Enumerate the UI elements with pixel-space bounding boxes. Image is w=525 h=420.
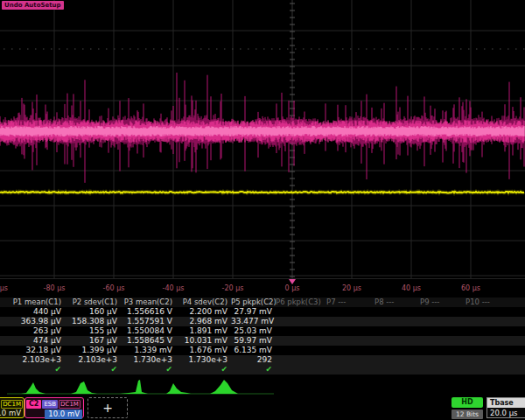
timebase-value: 20.0 µs bbox=[487, 408, 525, 417]
histicon-p1[interactable] bbox=[21, 382, 46, 394]
bottom-bar: C1 DC1M 10.0 mV C2 ESB DC1M 10.0 mV + HD… bbox=[0, 396, 525, 420]
measure-num-p3: 1.730e+3 bbox=[121, 355, 176, 365]
measure-mean-p1: 363.98 µV bbox=[0, 317, 65, 326]
plus-icon: + bbox=[102, 401, 113, 415]
bit-resolution-label: 12 Bits bbox=[452, 410, 483, 419]
trigger-time-marker[interactable] bbox=[289, 279, 296, 284]
measure-max-p3: 1.558645 V bbox=[121, 336, 176, 346]
waveform-display[interactable]: Undo AutoSetup bbox=[0, 0, 525, 278]
hd-mode-badge[interactable]: HD bbox=[452, 397, 483, 408]
waveform-svg bbox=[0, 0, 525, 278]
histicon-p3[interactable] bbox=[120, 380, 148, 394]
time-tick-label: -100 µs bbox=[0, 284, 16, 292]
channel-c2-descriptor[interactable]: C2 ESB DC1M 10.0 mV bbox=[24, 397, 84, 418]
measure-min-p3: 1.550084 V bbox=[121, 326, 176, 336]
measure-status-icon-p5: ✔ bbox=[231, 365, 276, 374]
table-row: 32.18 µV1.399 µV1.339 mV1.676 mV6.135 mV bbox=[0, 346, 525, 355]
measure-header-p5[interactable]: P5 pkpk(C2) bbox=[231, 298, 276, 307]
time-tick-label: -20 µs bbox=[212, 284, 254, 292]
measurement-table: P1 mean(C1)P2 sdev(C1)P3 mean(C2)P4 sdev… bbox=[0, 298, 525, 374]
histicon-p5[interactable] bbox=[210, 380, 238, 394]
measure-value-p4: 2.200 mV bbox=[176, 307, 231, 317]
histicon-row bbox=[0, 374, 525, 396]
c2-coupling-badge: DC1M bbox=[59, 400, 80, 409]
c2-label: C2 bbox=[26, 400, 41, 409]
measure-status-icon-p2: ✔ bbox=[65, 365, 121, 374]
measure-sdev-p5: 6.135 mV bbox=[231, 346, 276, 355]
undo-autosetup-button[interactable]: Undo AutoSetup bbox=[2, 1, 64, 10]
measure-value-p2: 160 µV bbox=[65, 307, 121, 317]
time-tick-label: -40 µs bbox=[152, 284, 194, 292]
add-trace-button[interactable]: + bbox=[88, 397, 128, 418]
time-tick-label: 60 µs bbox=[450, 284, 492, 292]
timebase-label: Tbase bbox=[487, 398, 525, 408]
measure-value-p5: 27.97 mV bbox=[231, 307, 276, 317]
table-row: 474 µV167 µV1.558645 V10.031 mV59.97 mV bbox=[0, 336, 525, 346]
oscilloscope-screen: Undo AutoSetup -100 µs-80 µs-60 µs-40 µs… bbox=[0, 0, 525, 420]
measure-sdev-p1: 32.18 µV bbox=[0, 346, 65, 355]
measure-num-p4: 1.730e+3 bbox=[176, 355, 231, 365]
table-row: 363.98 µV158.308 µV1.557591 V2.968 mV33.… bbox=[0, 317, 525, 326]
measure-max-p1: 474 µV bbox=[0, 336, 65, 346]
measure-header-p8[interactable]: P8 --- bbox=[374, 298, 394, 307]
c2-esb-badge: ESB bbox=[42, 400, 58, 409]
channel-c1-descriptor[interactable]: C1 DC1M 10.0 mV bbox=[0, 397, 24, 418]
measure-min-p4: 1.891 mV bbox=[176, 326, 231, 336]
measure-header-p3[interactable]: P3 mean(C2) bbox=[121, 298, 176, 307]
measure-header-p6[interactable]: P6 pkpk(C3) bbox=[276, 298, 321, 307]
c2-vdiv-value: 10.0 mV bbox=[45, 410, 82, 419]
measure-min-p5: 25.03 mV bbox=[231, 326, 276, 336]
measure-min-p1: 263 µV bbox=[0, 326, 65, 336]
measure-value-p1: 440 µV bbox=[0, 307, 65, 317]
time-tick-label: -60 µs bbox=[93, 284, 135, 292]
table-row: 2.103e+32.103e+31.730e+31.730e+3292 bbox=[0, 355, 525, 365]
measure-status-icon-p1: ✔ bbox=[0, 365, 65, 374]
time-axis: -100 µs-80 µs-60 µs-40 µs-20 µs0 µs20 µs… bbox=[0, 278, 525, 298]
measure-status-icon-p3: ✔ bbox=[121, 365, 176, 374]
measure-mean-p3: 1.557591 V bbox=[121, 317, 176, 326]
timebase-descriptor[interactable]: Tbase 20.0 µs bbox=[486, 397, 525, 418]
time-tick-label: 20 µs bbox=[331, 284, 373, 292]
measure-num-p1: 2.103e+3 bbox=[0, 355, 65, 365]
measure-mean-p2: 158.308 µV bbox=[65, 317, 121, 326]
measure-mean-p4: 2.968 mV bbox=[176, 317, 231, 326]
measure-value-p3: 1.556616 V bbox=[121, 307, 176, 317]
table-row: ✔✔✔✔✔ bbox=[0, 365, 525, 374]
measure-header-p9[interactable]: P9 --- bbox=[420, 298, 439, 307]
measure-header-p1[interactable]: P1 mean(C1) bbox=[0, 298, 65, 307]
histicon-p4[interactable] bbox=[166, 383, 191, 394]
c1-coupling-badge: DC1M bbox=[1, 400, 23, 409]
measure-header-p2[interactable]: P2 sdev(C1) bbox=[65, 298, 121, 307]
measure-sdev-p3: 1.339 mV bbox=[121, 346, 176, 355]
measure-max-p5: 59.97 mV bbox=[231, 336, 276, 346]
table-row: 263 µV155 µV1.550084 V1.891 mV25.03 mV bbox=[0, 326, 525, 336]
c1-vdiv-value: 10.0 mV bbox=[0, 409, 24, 418]
table-row: P1 mean(C1)P2 sdev(C1)P3 mean(C2)P4 sdev… bbox=[0, 298, 525, 307]
measure-sdev-p2: 1.399 µV bbox=[65, 346, 121, 355]
histicon-p2[interactable] bbox=[71, 382, 97, 394]
measure-header-p10[interactable]: P10 --- bbox=[466, 298, 490, 307]
time-tick-label: -80 µs bbox=[33, 284, 75, 292]
measure-min-p2: 155 µV bbox=[65, 326, 121, 336]
measure-max-p2: 167 µV bbox=[65, 336, 121, 346]
measure-header-p7[interactable]: P7 --- bbox=[326, 298, 346, 307]
measure-header-p4[interactable]: P4 sdev(C2) bbox=[176, 298, 231, 307]
table-row: 440 µV160 µV1.556616 V2.200 mV27.97 mV bbox=[0, 307, 525, 317]
measure-mean-p5: 33.477 mV bbox=[231, 317, 276, 326]
histicon-svg[interactable] bbox=[0, 374, 525, 396]
measure-status-icon-p4: ✔ bbox=[176, 365, 231, 374]
time-tick-label: 40 µs bbox=[390, 284, 432, 292]
measure-num-p2: 2.103e+3 bbox=[65, 355, 121, 365]
measure-max-p4: 10.031 mV bbox=[176, 336, 231, 346]
measure-num-p5: 292 bbox=[231, 355, 276, 365]
time-tick-label: 0 µs bbox=[271, 284, 313, 292]
measure-sdev-p4: 1.676 mV bbox=[176, 346, 231, 355]
